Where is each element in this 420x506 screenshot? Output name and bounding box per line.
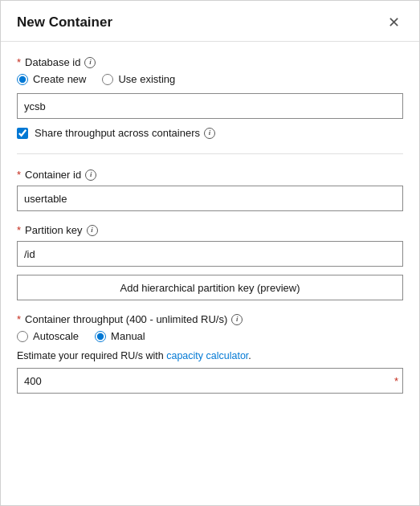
- manual-radio[interactable]: [95, 331, 106, 342]
- database-id-label-text: Database id: [25, 56, 80, 68]
- use-existing-radio-label[interactable]: Use existing: [102, 73, 175, 85]
- database-id-section: * Database id i Create new Use existing: [17, 56, 403, 139]
- close-button[interactable]: ✕: [385, 14, 403, 31]
- new-container-dialog: New Container ✕ * Database id i Create n…: [0, 0, 420, 506]
- container-id-input[interactable]: [17, 186, 403, 211]
- add-partition-btn[interactable]: Add hierarchical partition key (preview): [17, 275, 403, 300]
- share-throughput-checkbox[interactable]: [17, 128, 28, 139]
- share-throughput-info-icon[interactable]: i: [204, 128, 215, 139]
- database-id-label: * Database id i: [17, 56, 403, 68]
- create-new-radio-label[interactable]: Create new: [17, 73, 86, 85]
- container-id-label: * Container id i: [17, 169, 403, 181]
- use-existing-label-text: Use existing: [118, 73, 175, 85]
- container-id-info-icon[interactable]: i: [85, 169, 96, 181]
- partition-key-info-icon[interactable]: i: [87, 225, 98, 236]
- throughput-input-wrapper: *: [17, 368, 403, 394]
- use-existing-radio[interactable]: [102, 74, 113, 85]
- throughput-input-required-star: *: [394, 375, 398, 387]
- share-throughput-row: Share throughput across containers i: [17, 127, 403, 139]
- database-id-info-icon[interactable]: i: [84, 57, 96, 68]
- manual-label-text: Manual: [111, 330, 145, 342]
- throughput-section: * Container throughput (400 - unlimited …: [17, 313, 403, 394]
- partition-required-star: *: [17, 224, 21, 236]
- throughput-required-star: *: [17, 313, 21, 325]
- throughput-radio-group: Autoscale Manual: [17, 330, 403, 342]
- autoscale-radio[interactable]: [17, 331, 28, 342]
- container-id-section: * Container id i: [17, 169, 403, 211]
- autoscale-radio-label[interactable]: Autoscale: [17, 330, 79, 342]
- container-id-label-text: Container id: [25, 169, 81, 181]
- database-required-star: *: [17, 56, 21, 68]
- throughput-label: * Container throughput (400 - unlimited …: [17, 313, 403, 325]
- partition-key-section: * Partition key i Add hierarchical parti…: [17, 224, 403, 300]
- dialog-header: New Container ✕: [1, 1, 419, 42]
- share-throughput-label[interactable]: Share throughput across containers i: [35, 127, 215, 139]
- share-throughput-label-text: Share throughput across containers: [35, 127, 200, 139]
- capacity-calculator-link[interactable]: capacity calculator: [166, 350, 248, 361]
- dialog-body: * Database id i Create new Use existing: [1, 42, 419, 408]
- section-divider: [17, 153, 403, 154]
- estimate-text: Estimate your required RU/s with capacit…: [17, 350, 403, 361]
- create-new-radio[interactable]: [17, 74, 28, 85]
- throughput-input[interactable]: [17, 368, 403, 394]
- estimate-prefix: Estimate your required RU/s with: [17, 350, 166, 361]
- partition-key-label-text: Partition key: [25, 224, 83, 236]
- dialog-title: New Container: [17, 14, 112, 31]
- database-id-input[interactable]: [17, 93, 403, 119]
- throughput-label-text: Container throughput (400 - unlimited RU…: [25, 313, 227, 325]
- estimate-suffix: .: [248, 350, 251, 361]
- throughput-info-icon[interactable]: i: [231, 314, 243, 325]
- create-new-label-text: Create new: [33, 73, 86, 85]
- partition-key-input[interactable]: [17, 241, 403, 267]
- container-required-star: *: [17, 169, 21, 181]
- database-radio-group: Create new Use existing: [17, 73, 403, 85]
- manual-radio-label[interactable]: Manual: [95, 330, 145, 342]
- partition-key-label: * Partition key i: [17, 224, 403, 236]
- autoscale-label-text: Autoscale: [33, 330, 79, 342]
